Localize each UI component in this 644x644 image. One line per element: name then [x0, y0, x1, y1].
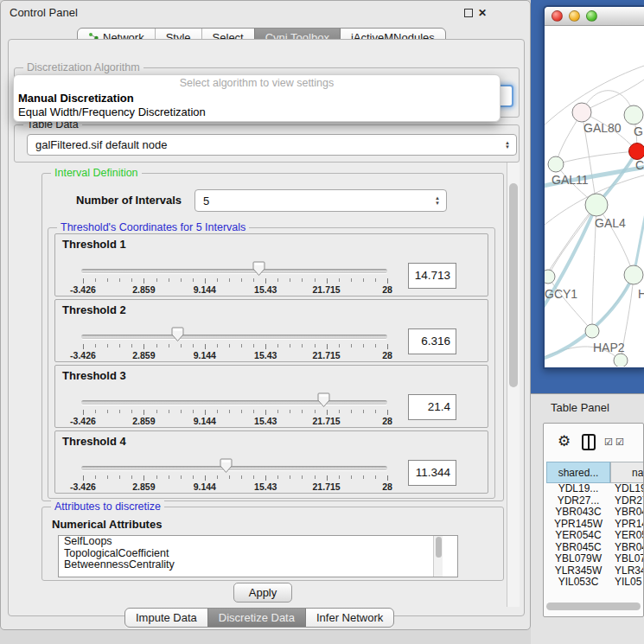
numerical-attributes-list[interactable]: SelfLoopsTopologicalCoefficientBetweenne… — [58, 535, 458, 577]
table-row[interactable]: YLR345WYLR34 — [544, 565, 644, 577]
threshold-slider-thumb[interactable] — [316, 392, 331, 408]
column-header-shared-name[interactable]: shared... — [546, 462, 610, 483]
table-data-combobox[interactable]: galFiltered.sif default node ▲▼ — [27, 134, 517, 156]
table-row[interactable]: YDL19...YDL19 — [544, 483, 644, 495]
network-node[interactable] — [585, 324, 599, 338]
threshold-value-field[interactable]: 6.316 — [408, 328, 456, 354]
network-node[interactable] — [545, 270, 555, 284]
column-header-name[interactable]: name — [610, 462, 644, 483]
table-cell[interactable]: YBR04 — [610, 542, 644, 554]
table-cell[interactable]: YLR345W — [546, 565, 610, 577]
slider-tick — [375, 278, 376, 282]
table-cell[interactable]: YBR045C — [546, 542, 610, 554]
threshold-slider-thumb[interactable] — [252, 261, 266, 277]
float-window-icon[interactable] — [464, 9, 473, 17]
table-cell[interactable]: YDR27... — [546, 495, 610, 507]
network-edge[interactable] — [548, 205, 596, 277]
table-panel: Table Panel ⚙ ☑ ☑ shared... name YDL19..… — [531, 393, 644, 644]
table-cell[interactable]: YDR27 — [610, 495, 644, 507]
table-row[interactable]: YBR045CYBR04 — [544, 542, 644, 554]
checkbox-icon[interactable]: ☑ — [615, 437, 624, 448]
threshold-value-field[interactable]: 21.4 — [408, 394, 456, 420]
attribute-list-item[interactable]: TopologicalCoefficient — [59, 548, 457, 560]
network-node[interactable] — [585, 194, 608, 216]
threshold-panel: Threshold 1 -3.4262.8599.14415.4321.7152… — [54, 233, 488, 296]
network-view-window[interactable]: GAL80GCGAL11GAL4GCY1HHAP2 — [543, 5, 644, 369]
slider-tick — [193, 344, 194, 348]
dropdown-option-equal-width[interactable]: Equal Width/Frequency Discretization — [14, 105, 500, 119]
table-row[interactable]: YDR27...YDR27 — [544, 495, 644, 507]
minimize-traffic-light-icon[interactable] — [569, 10, 580, 22]
slider-tick — [327, 278, 328, 284]
network-node[interactable] — [624, 105, 643, 124]
table-row[interactable]: YER054CYER05 — [544, 530, 644, 542]
panel-scrollbar[interactable] — [507, 163, 520, 607]
slider-tick-label: -3.426 — [64, 481, 102, 492]
table-cell[interactable]: YBL07 — [610, 553, 644, 565]
list-scrollbar-thumb[interactable] — [436, 537, 442, 558]
attribute-list-item[interactable]: BetweennessCentrality — [59, 559, 457, 571]
panel-scrollbar-thumb[interactable] — [509, 183, 518, 387]
number-of-intervals-combobox[interactable]: 5 ▲▼ — [194, 189, 447, 212]
slider-tick — [351, 410, 352, 413]
threshold-coordinates-group: Threshold's Coordinates for 5 Intervals … — [48, 227, 495, 499]
threshold-slider-thumb[interactable] — [170, 327, 185, 342]
network-edge[interactable] — [556, 151, 637, 164]
network-node[interactable] — [629, 143, 644, 160]
table-cell[interactable]: YER05 — [610, 530, 644, 542]
slider-tick — [351, 278, 352, 282]
table-cell[interactable]: YPR14 — [610, 519, 644, 531]
table-row[interactable]: YBL079WYBL07 — [544, 553, 644, 565]
table-cell[interactable]: YIL053C — [546, 577, 610, 589]
apply-button[interactable]: Apply — [233, 583, 292, 603]
table-cell[interactable]: YBL079W — [546, 553, 610, 565]
network-canvas[interactable]: GAL80GCGAL11GAL4GCY1HHAP2 — [545, 26, 644, 367]
network-edge-thick[interactable] — [634, 209, 644, 275]
table-cell[interactable]: YER054C — [546, 530, 610, 542]
slider-tick — [181, 344, 182, 348]
node-label: GAL4 — [595, 216, 626, 230]
table-cell[interactable]: YLR34 — [610, 565, 644, 577]
gear-icon[interactable]: ⚙ — [558, 432, 571, 450]
table-cell[interactable]: YDL19... — [546, 483, 610, 495]
checkbox-icon[interactable]: ☑ — [604, 437, 613, 448]
table-cell[interactable]: YBR043C — [546, 507, 610, 519]
threshold-value-field[interactable]: 14.713 — [408, 263, 456, 289]
threshold-value-field[interactable]: 11.344 — [408, 460, 456, 486]
slider-tick — [277, 410, 278, 413]
table-row[interactable]: YIL053CYIL05 — [544, 577, 644, 589]
table-cell[interactable]: YDL19 — [610, 483, 644, 495]
table-cell[interactable]: YPR145W — [546, 519, 610, 531]
table-row[interactable]: YPR145WYPR14 — [544, 519, 644, 531]
threshold-slider-track[interactable] — [81, 335, 387, 339]
close-icon[interactable]: ✕ — [478, 7, 487, 19]
bottom-tab-impute-data[interactable]: Impute Data — [125, 609, 207, 627]
dropdown-option-manual[interactable]: Manual Discretization — [14, 92, 500, 105]
slider-tick — [290, 475, 290, 479]
network-node[interactable] — [614, 354, 628, 367]
network-node[interactable] — [572, 103, 591, 122]
network-node[interactable] — [548, 156, 564, 172]
tab-label: Impute Data — [136, 609, 197, 627]
table-cell[interactable]: YBR04 — [610, 507, 644, 519]
slider-tick-label: 15.43 — [246, 416, 284, 426]
threshold-slider-track[interactable] — [81, 466, 387, 470]
dropdown-hint-item[interactable]: Select algorithm to view settings — [14, 77, 500, 92]
split-columns-icon[interactable] — [582, 434, 596, 450]
close-traffic-light-icon[interactable] — [552, 10, 563, 22]
slider-tick — [363, 278, 364, 282]
table-row[interactable]: YBR043CYBR04 — [544, 507, 644, 519]
list-scrollbar[interactable] — [433, 536, 443, 577]
network-node[interactable] — [624, 265, 643, 284]
attribute-list-item[interactable]: SelfLoops — [59, 536, 457, 548]
slider-tick — [302, 475, 303, 479]
slider-tick — [327, 410, 328, 415]
threshold-slider-thumb[interactable] — [219, 458, 233, 474]
table-cell[interactable]: YIL05 — [610, 577, 641, 589]
bottom-tab-discretize-data[interactable]: Discretize Data — [207, 609, 305, 627]
zoom-traffic-light-icon[interactable] — [586, 10, 597, 22]
bottom-tab-infer-network[interactable]: Infer Network — [305, 609, 393, 627]
table-horizontal-scrollbar[interactable] — [546, 603, 641, 610]
threshold-slider-track[interactable] — [81, 269, 387, 273]
threshold-slider-track[interactable] — [81, 400, 387, 405]
